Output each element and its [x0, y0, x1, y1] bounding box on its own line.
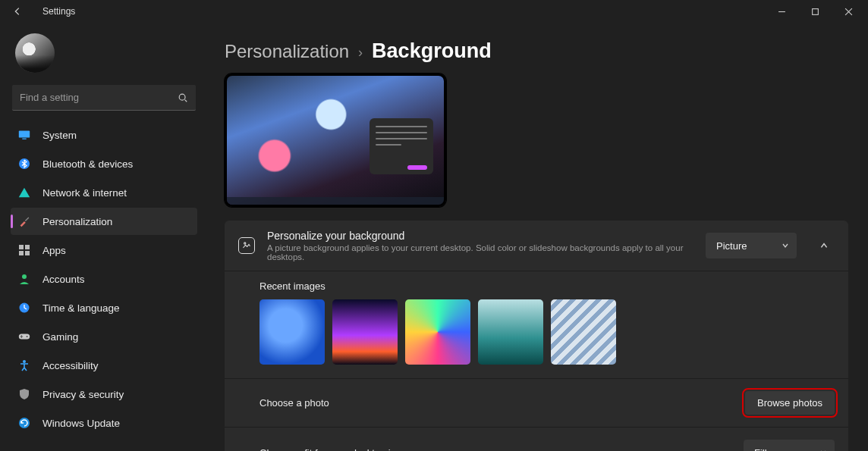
sidebar-item-windows-update[interactable]: Windows Update — [11, 409, 197, 437]
sidebar-item-personalization[interactable]: Personalization — [11, 208, 197, 235]
picture-icon — [238, 237, 255, 254]
sidebar-item-label: Accessibility — [42, 360, 99, 371]
svg-point-15 — [244, 243, 246, 244]
svg-rect-6 — [25, 245, 30, 249]
svg-rect-0 — [812, 8, 818, 14]
chevron-down-icon — [782, 242, 789, 249]
sidebar-item-label: Windows Update — [42, 418, 120, 429]
monitor-icon — [17, 127, 32, 143]
apps-icon — [17, 243, 32, 258]
window-title: Settings — [42, 6, 75, 17]
recent-image-thumb[interactable] — [405, 299, 470, 365]
browse-photos-button[interactable]: Browse photos — [745, 391, 835, 415]
close-button[interactable] — [832, 0, 865, 23]
select-value: Fill — [754, 447, 767, 452]
shield-icon — [17, 387, 32, 402]
svg-rect-7 — [19, 251, 24, 255]
brush-icon — [17, 214, 32, 229]
expand-toggle[interactable] — [813, 233, 835, 258]
svg-rect-5 — [19, 245, 24, 249]
select-value: Picture — [716, 240, 747, 252]
desktop-preview — [225, 74, 446, 207]
person-icon — [17, 271, 32, 287]
sidebar-item-label: System — [42, 130, 77, 141]
chevron-right-icon: › — [358, 45, 363, 61]
sidebar-item-label: Apps — [42, 245, 66, 256]
svg-rect-8 — [25, 251, 30, 255]
choose-photo-row: Choose a photo Browse photos — [225, 378, 848, 427]
sidebar-item-label: Accounts — [42, 274, 85, 285]
maximize-button[interactable] — [798, 0, 832, 23]
sidebar-item-bluetooth[interactable]: Bluetooth & devices — [11, 150, 197, 177]
background-settings-card: Personalize your background A picture ba… — [225, 221, 848, 451]
svg-point-13 — [23, 360, 26, 363]
recent-image-thumb[interactable] — [478, 299, 543, 365]
avatar[interactable] — [15, 33, 55, 73]
sidebar-item-privacy[interactable]: Privacy & security — [11, 381, 197, 408]
svg-point-14 — [19, 418, 30, 428]
breadcrumb-parent[interactable]: Personalization — [225, 41, 349, 62]
page-title: Background — [372, 39, 492, 63]
choose-fit-row: Choose a fit for your desktop image Fill — [225, 427, 848, 451]
sidebar-item-time-language[interactable]: Time & language — [11, 294, 197, 321]
recent-images-label: Recent images — [259, 280, 835, 292]
sidebar-item-label: Gaming — [42, 331, 78, 343]
sidebar-item-system[interactable]: System — [11, 121, 197, 149]
sidebar-item-label: Network & internet — [42, 187, 127, 199]
recent-image-thumb[interactable] — [259, 299, 325, 365]
recent-image-thumb[interactable] — [551, 299, 616, 365]
breadcrumb: Personalization › Background — [225, 39, 848, 63]
card-description: A picture background applies to your cur… — [267, 243, 693, 262]
minimize-button[interactable] — [765, 0, 798, 23]
search-box[interactable] — [12, 85, 196, 111]
sidebar-item-gaming[interactable]: Gaming — [11, 323, 197, 350]
back-button[interactable] — [12, 6, 27, 17]
wifi-icon — [17, 185, 32, 200]
preview-window-mock — [370, 118, 433, 174]
accessibility-icon — [17, 358, 32, 373]
sidebar-item-network[interactable]: Network & internet — [11, 179, 197, 206]
recent-images-section: Recent images — [225, 271, 848, 378]
svg-point-9 — [22, 274, 27, 279]
gamepad-icon — [17, 329, 32, 344]
sidebar-item-label: Personalization — [42, 216, 112, 227]
svg-rect-2 — [19, 131, 30, 138]
svg-point-12 — [27, 336, 28, 337]
bluetooth-icon — [17, 156, 32, 171]
search-input[interactable] — [20, 92, 178, 103]
sidebar-item-label: Time & language — [42, 302, 120, 314]
search-icon — [178, 92, 188, 103]
svg-rect-3 — [22, 139, 26, 139]
main-content: Personalization › Background Personali — [205, 23, 868, 451]
recent-image-thumb[interactable] — [332, 299, 398, 365]
choose-photo-label: Choose a photo — [259, 397, 329, 409]
choose-fit-label: Choose a fit for your desktop image — [259, 447, 415, 452]
card-title: Personalize your background — [267, 230, 693, 242]
sidebar-item-label: Privacy & security — [42, 389, 124, 400]
svg-point-1 — [179, 94, 185, 100]
update-icon — [17, 415, 32, 431]
sidebar-item-accessibility[interactable]: Accessibility — [11, 352, 197, 379]
fit-select[interactable]: Fill — [744, 440, 835, 451]
clock-icon — [17, 300, 32, 315]
sidebar-item-apps[interactable]: Apps — [11, 236, 197, 264]
sidebar-item-label: Bluetooth & devices — [42, 158, 133, 170]
background-type-select[interactable]: Picture — [706, 233, 797, 258]
sidebar: System Bluetooth & devices Network & int… — [0, 23, 205, 451]
sidebar-item-accounts[interactable]: Accounts — [11, 265, 197, 293]
